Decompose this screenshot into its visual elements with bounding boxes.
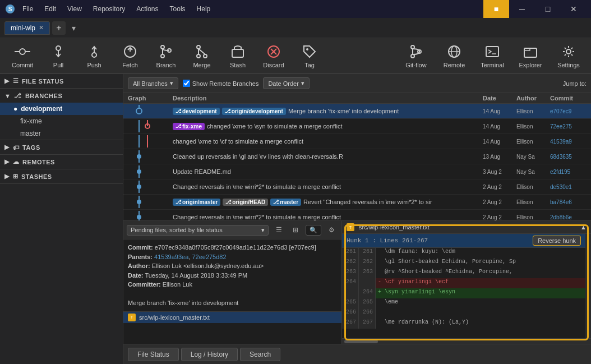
commit-hash-2: 41539a9 bbox=[550, 139, 587, 145]
file-status-header[interactable]: ▶ ☰ FILE STATUS bbox=[0, 74, 123, 88]
parent-link-1[interactable]: 41539a93ea bbox=[154, 254, 188, 260]
svg-point-12 bbox=[161, 54, 164, 58]
diff-scrollbar-horizontal[interactable] bbox=[342, 338, 591, 344]
menu-actions[interactable]: Actions bbox=[134, 4, 160, 14]
desc-cell-3: Cleaned up reversals in \gl and \rv line… bbox=[173, 153, 483, 160]
branches-header[interactable]: ▼ ⎇ BRANCHES bbox=[0, 89, 123, 103]
date-cell-7: 2 Aug 2 bbox=[483, 214, 516, 220]
minimize-button[interactable]: ─ bbox=[509, 0, 535, 18]
gitflow-button[interactable]: Git-flow bbox=[398, 39, 434, 73]
branch-item-master[interactable]: master bbox=[0, 127, 123, 140]
diff-line-2: 263 263 @rv ^Short-beaked ^Echidna, Porc… bbox=[342, 268, 585, 278]
author-cell-6: Ellison bbox=[516, 199, 550, 205]
date-cell-0: 14 Aug bbox=[483, 108, 516, 114]
line-num-new: 262 bbox=[359, 258, 376, 268]
commit-table: Graph Description Date Author Commit ⎇de… bbox=[123, 93, 591, 220]
commit-row-0[interactable]: ⎇development ⎇origin/development Merge b… bbox=[123, 104, 591, 119]
show-remote-checkbox[interactable] bbox=[183, 80, 190, 87]
author-cell-7: Ellison bbox=[516, 214, 550, 220]
stashes-header[interactable]: ▶ ⊞ STASHES bbox=[0, 169, 123, 183]
tab-label: mini-wlp bbox=[11, 24, 35, 32]
diff-line-4: 264 + \syn yinarlingi \esyn bbox=[342, 288, 585, 298]
graph-cell-2 bbox=[128, 135, 173, 148]
commit-row-5[interactable]: Changed reversals in \me wirri*2* to sim… bbox=[123, 179, 591, 195]
date-cell-4: 3 Aug 2 bbox=[483, 169, 516, 175]
restore-button[interactable]: □ bbox=[535, 0, 561, 18]
svg-point-43 bbox=[137, 154, 141, 159]
tab-close-icon[interactable]: ✕ bbox=[39, 24, 44, 31]
diff-lines[interactable]: Hunk 1 : Lines 261-267 Reverse hunk 261 … bbox=[342, 234, 585, 338]
file-search-box[interactable]: 🔍 bbox=[306, 225, 321, 236]
branch-name: master bbox=[20, 130, 41, 137]
tab-mini-wlp[interactable]: mini-wlp ✕ bbox=[4, 21, 50, 35]
sidebar: ▶ ☰ FILE STATUS ▼ ⎇ BRANCHES ● developme… bbox=[0, 74, 123, 364]
svg-point-17 bbox=[204, 54, 207, 58]
push-button[interactable]: Push bbox=[76, 39, 112, 73]
desc-cell-2: changed \xme to \cf to simulate a merge … bbox=[173, 138, 483, 145]
date-cell-2: 14 Aug bbox=[483, 139, 516, 145]
graph-col-header: Graph bbox=[128, 95, 173, 102]
menu-view[interactable]: View bbox=[65, 4, 84, 14]
new-tab-button[interactable]: + bbox=[52, 21, 66, 35]
branch-button[interactable]: Branch bbox=[148, 39, 184, 73]
terminal-button[interactable]: Terminal bbox=[474, 39, 510, 73]
menu-tools[interactable]: Tools bbox=[168, 4, 188, 14]
commit-row-6[interactable]: ⎇origin/master ⎇origin/HEAD ⎇master Reve… bbox=[123, 195, 591, 210]
file-name: src/wlp-lexicon_master.txt bbox=[139, 314, 210, 321]
tab-file-status[interactable]: File Status bbox=[128, 348, 179, 361]
menu-edit[interactable]: Edit bbox=[42, 4, 58, 14]
date-order-dropdown[interactable]: Date Order ▾ bbox=[263, 77, 309, 89]
menu-repository[interactable]: Repository bbox=[91, 4, 127, 14]
stashes-label: STASHES bbox=[21, 173, 52, 180]
file-item-0[interactable]: T src/wlp-lexicon_master.txt bbox=[123, 312, 341, 323]
show-remote-checkbox-label[interactable]: Show Remote Branches bbox=[183, 80, 259, 87]
commit-row-1[interactable]: ⎇fix-xme changed \xme to \syn to simulat… bbox=[123, 119, 591, 134]
pending-files-dropdown[interactable]: Pending files, sorted by file status ▾ bbox=[127, 225, 269, 236]
tab-log-history[interactable]: Log / History bbox=[181, 348, 238, 361]
remotes-label: REMOTES bbox=[22, 159, 55, 165]
settings-button[interactable]: Settings bbox=[551, 39, 587, 73]
remote-button[interactable]: Remote bbox=[436, 39, 472, 73]
stash-button[interactable]: Stash bbox=[220, 39, 256, 73]
commit-row-3[interactable]: Cleaned up reversals in \gl and \rv line… bbox=[123, 149, 591, 164]
svg-point-5 bbox=[56, 46, 61, 50]
diff-scrollbar-vertical[interactable] bbox=[585, 234, 591, 338]
gitflow-label: Git-flow bbox=[405, 62, 426, 68]
merge-button[interactable]: Merge bbox=[184, 39, 220, 73]
reverse-hunk-button[interactable]: Reverse hunk bbox=[533, 236, 581, 246]
fetch-button[interactable]: Fetch bbox=[112, 39, 148, 73]
maximize-button[interactable]: ■ bbox=[483, 0, 509, 18]
main-layout: ▶ ☰ FILE STATUS ▼ ⎇ BRANCHES ● developme… bbox=[0, 74, 591, 364]
menu-file[interactable]: File bbox=[20, 4, 35, 14]
desc-cell-0: ⎇development ⎇origin/development Merge b… bbox=[173, 108, 483, 115]
close-button[interactable]: ✕ bbox=[561, 0, 587, 18]
tab-nav-icon[interactable]: ▾ bbox=[68, 22, 79, 34]
commit-row-7[interactable]: Changed reversals in \me wirri*2* to sim… bbox=[123, 210, 591, 220]
branch-item-fix-xme[interactable]: fix-xme bbox=[0, 115, 123, 127]
commit-row-2[interactable]: changed \xme to \cf to simulate a merge … bbox=[123, 134, 591, 149]
tab-search[interactable]: Search bbox=[240, 348, 280, 361]
branch-filter-dropdown[interactable]: All Branches ▾ bbox=[128, 77, 178, 89]
menu-help[interactable]: Help bbox=[195, 4, 213, 14]
discard-button[interactable]: Discard bbox=[256, 39, 292, 73]
tag-button[interactable]: Tag bbox=[292, 39, 327, 73]
line-num-old: 267 bbox=[342, 319, 359, 329]
pull-button[interactable]: Pull bbox=[40, 39, 76, 73]
commit-button[interactable]: Commit bbox=[4, 39, 40, 73]
line-num-old: 265 bbox=[342, 298, 359, 308]
explorer-button[interactable]: Explorer bbox=[512, 39, 548, 73]
line-num-new: 261 bbox=[359, 248, 376, 258]
pending-files-label: Pending files, sorted by file status bbox=[131, 227, 223, 233]
commit-row-4[interactable]: Update README.md 3 Aug 2 Nay Sa e2fd195 bbox=[123, 164, 591, 179]
scroll-up-icon[interactable]: ▲ bbox=[580, 224, 587, 231]
parent-link-2[interactable]: 72ee275d82 bbox=[192, 254, 226, 260]
remotes-header[interactable]: ▶ ☁ REMOTES bbox=[0, 155, 123, 169]
settings-icon[interactable]: ⚙ bbox=[325, 223, 338, 237]
cloud-icon: ☁ bbox=[13, 158, 20, 165]
desc-cell-1: ⎇fix-xme changed \xme to \syn to simulat… bbox=[173, 123, 483, 130]
diff-line-3: 264 - \cf yinarlingi \ecf bbox=[342, 278, 585, 288]
grid-view-button[interactable]: ⊞ bbox=[289, 223, 302, 237]
branch-item-development[interactable]: ● development bbox=[0, 103, 123, 115]
tags-header[interactable]: ▶ 🏷 TAGS bbox=[0, 140, 123, 154]
list-view-button[interactable]: ☰ bbox=[272, 223, 285, 237]
